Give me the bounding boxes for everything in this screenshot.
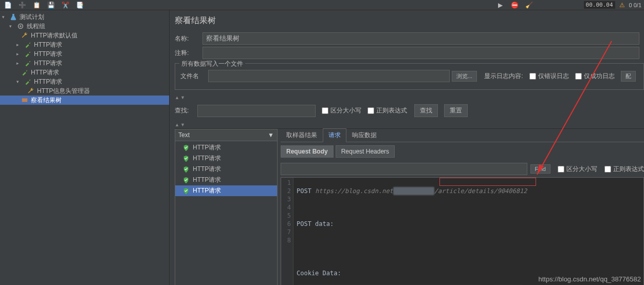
case-sensitive-checkbox[interactable]: 区分大小写 (322, 106, 361, 115)
tree-http-defaults[interactable]: HTTP请求默认值 (0, 31, 169, 40)
browse-button[interactable]: 浏览... (452, 71, 477, 82)
sampler-label: HTTP请求 (193, 143, 221, 152)
tree-label: HTTP请求默认值 (31, 31, 78, 40)
result-tree-panel: 察看结果树 名称: 注释: 所有数据写入一个文件 文件名 浏览... 显示日志内… (170, 10, 644, 285)
tree-http-request[interactable]: ▸ HTTP请求 (0, 59, 169, 68)
run-icon[interactable]: ▶ (495, 1, 506, 9)
sampler-item[interactable]: HTTP请求 (175, 175, 277, 185)
file-output-fieldset: 所有数据写入一个文件 文件名 浏览... 显示日志内容: 仅错误日志 仅成功日志… (175, 63, 644, 90)
request-subtabs: Request Body Request Headers (281, 145, 644, 158)
main-toolbar: 📄 ➕ 📋 💾 ✂️ 📑 ▶ ⛔ 🧹 00.00.04 ⚠ 0 0/1 (0, 0, 644, 10)
view-type-dropdown[interactable]: Text (178, 131, 190, 139)
wrench-icon (21, 32, 29, 39)
cut-icon[interactable]: ✂️ (60, 1, 70, 9)
sampler-label: HTTP请求 (193, 154, 221, 163)
tree-label: HTTP请求 (34, 50, 62, 59)
tree-http-request[interactable]: HTTP请求 (0, 68, 169, 77)
tree-label: 测试计划 (20, 13, 44, 22)
sampler-item[interactable]: HTTP请求 (175, 164, 277, 175)
collapse-icon[interactable]: ▾ (16, 79, 22, 84)
filename-label: 文件名 (180, 72, 206, 81)
elapsed-timer: 00.00.04 (584, 1, 615, 9)
filename-input[interactable] (208, 70, 450, 82)
tree-label: HTTP请求 (34, 41, 62, 49)
warning-icon: ⚠ (619, 2, 625, 9)
template-icon[interactable]: 📋 (31, 1, 42, 9)
name-input[interactable] (203, 32, 639, 45)
sampler-label: HTTP请求 (193, 186, 221, 195)
file-icon[interactable]: 📄 (3, 1, 13, 9)
plus-icon[interactable]: ➕ (17, 1, 27, 9)
sampler-label: HTTP请求 (193, 165, 221, 174)
regex-checkbox[interactable]: 正则表达式 (367, 106, 407, 115)
find-regex-checkbox[interactable]: 正则表达式 (604, 165, 644, 174)
log-content-label: 显示日志内容: (484, 72, 523, 81)
line-gutter: 1234567 8 (281, 178, 293, 285)
code-content[interactable]: POST https://blog.csdn.netxxxxxxxx/artic… (293, 178, 643, 285)
broom-icon[interactable]: 🧹 (524, 1, 535, 9)
panel-title: 察看结果树 (175, 13, 644, 30)
sampler-item[interactable]: HTTP请求 (175, 142, 277, 153)
dropper-icon (24, 50, 32, 58)
dropdown-icon[interactable]: ▼ (268, 131, 274, 139)
tree-result-tree[interactable]: 察看结果树 (0, 96, 169, 105)
tab-request[interactable]: 请求 (323, 128, 346, 142)
find-case-checkbox[interactable]: 区分大小写 (558, 165, 597, 174)
subtab-request-headers[interactable]: Request Headers (336, 145, 395, 158)
collapse-toggle[interactable]: ▲▼ (175, 121, 644, 128)
sampler-item[interactable]: HTTP请求 (175, 185, 277, 196)
dropper-icon (21, 69, 29, 76)
detail-tabs: 取样器结果 请求 响应数据 (281, 129, 644, 142)
tree-test-plan[interactable]: ▾ 测试计划 (0, 12, 169, 22)
tab-sampler-result[interactable]: 取样器结果 (281, 128, 323, 142)
find-button[interactable]: Find (530, 164, 550, 174)
thread-count: 0 0/1 (629, 2, 641, 8)
request-body-viewer[interactable]: 1234567 8 POST https://blog.csdn.netxxxx… (281, 177, 644, 285)
tree-label: 察看结果树 (31, 96, 62, 105)
expand-icon[interactable]: ▸ (16, 42, 22, 47)
dropper-icon (24, 60, 32, 67)
search-input[interactable] (197, 105, 316, 117)
tree-http-request[interactable]: ▾ HTTP请求 (0, 77, 169, 86)
tree-label: 线程组 (27, 22, 45, 31)
tree-http-request[interactable]: ▸ HTTP请求 (0, 40, 169, 49)
dropper-icon (24, 78, 32, 85)
collapse-icon[interactable]: ▾ (2, 14, 7, 20)
detail-panel: 取样器结果 请求 响应数据 Request Body Request Heade… (281, 129, 644, 285)
tree-thread-group[interactable]: ▾ 线程组 (0, 22, 169, 31)
reset-button[interactable]: 重置 (444, 104, 468, 117)
save-icon[interactable]: 💾 (46, 1, 56, 9)
tree-label: HTTP请求 (34, 78, 62, 86)
success-icon (182, 166, 190, 173)
sampler-item[interactable]: HTTP请求 (175, 153, 277, 164)
expand-icon[interactable]: ▸ (16, 61, 22, 66)
collapse-icon[interactable]: ▾ (9, 24, 14, 29)
gear-icon (16, 23, 25, 30)
name-label: 名称: (175, 34, 200, 43)
config-button[interactable]: 配 (621, 71, 636, 82)
only-success-checkbox[interactable]: 仅成功日志 (575, 72, 615, 81)
comment-input[interactable] (203, 47, 639, 59)
success-icon (182, 177, 190, 184)
copy-icon[interactable]: 📑 (75, 1, 85, 9)
scope-icon (21, 97, 29, 104)
search-button[interactable]: 查找 (414, 104, 438, 117)
tab-response[interactable]: 响应数据 (346, 128, 382, 142)
subtab-request-body[interactable]: Request Body (281, 145, 334, 158)
tree-header-manager[interactable]: HTTP信息头管理器 (0, 86, 169, 96)
tree-label: HTTP信息头管理器 (37, 87, 90, 96)
stop-icon[interactable]: ⛔ (510, 1, 520, 9)
watermark: https://blog.csdn.net/qq_38776582 (539, 275, 641, 283)
svg-rect-2 (22, 99, 28, 102)
tree-http-request[interactable]: ▸ HTTP请求 (0, 49, 169, 59)
wrench-icon (27, 87, 35, 94)
sampler-list: Text ▼ HTTP请求 HTTP请求 HTTP请求 (175, 129, 278, 285)
search-label: 查找: (175, 106, 195, 115)
expand-icon[interactable]: ▸ (16, 51, 22, 56)
svg-point-1 (20, 25, 22, 27)
tree-label: HTTP请求 (34, 59, 62, 68)
fieldset-title: 所有数据写入一个文件 (179, 60, 245, 68)
only-error-checkbox[interactable]: 仅错误日志 (529, 72, 569, 81)
collapse-toggle[interactable]: ▲▼ (175, 94, 644, 101)
find-input[interactable] (281, 163, 527, 175)
